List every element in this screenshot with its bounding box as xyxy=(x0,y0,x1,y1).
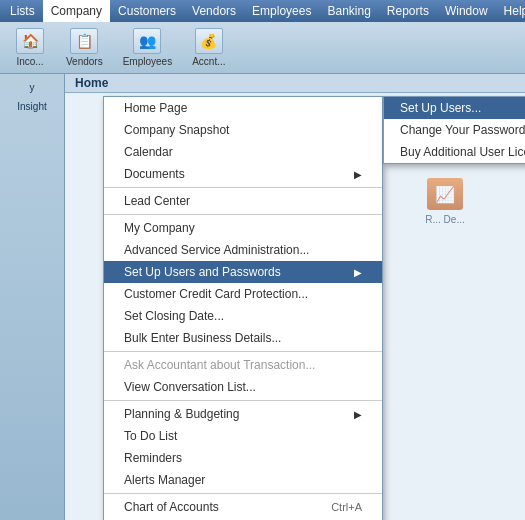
reports-box[interactable]: 📈 R... De... xyxy=(373,170,517,233)
menu-item-leadcenter[interactable]: Lead Center xyxy=(104,190,382,212)
setup-users-submenu: Set Up Users... Change Your Password... … xyxy=(383,96,525,164)
menu-item-documents[interactable]: Documents ▶ xyxy=(104,163,382,185)
menu-item-bulkenter[interactable]: Bulk Enter Business Details... xyxy=(104,327,382,349)
menu-item-conversation[interactable]: View Conversation List... xyxy=(104,376,382,398)
toolbar-employees-label: Employees xyxy=(123,56,172,67)
separator-2 xyxy=(104,214,382,215)
toolbar-vendors-label: Vendors xyxy=(66,56,103,67)
reports-label: R... De... xyxy=(425,214,464,225)
toolbar-income-label: Inco... xyxy=(16,56,43,67)
submenu-buy-license[interactable]: Buy Additional User License... xyxy=(384,141,525,163)
separator-5 xyxy=(104,493,382,494)
home-tab[interactable]: Home xyxy=(65,74,525,93)
menu-item-snapshot[interactable]: Company Snapshot xyxy=(104,119,382,141)
menu-item-todolist[interactable]: To Do List xyxy=(104,425,382,447)
toolbar-vendors-btn[interactable]: 📋 Vendors xyxy=(60,25,109,70)
menu-item-mycompany[interactable]: My Company xyxy=(104,217,382,239)
menu-window[interactable]: Window xyxy=(437,0,496,22)
menu-item-creditcard[interactable]: Customer Credit Card Protection... xyxy=(104,283,382,305)
separator-4 xyxy=(104,400,382,401)
menu-vendors[interactable]: Vendors xyxy=(184,0,244,22)
employees-icon: 👥 xyxy=(133,28,161,54)
toolbar-accounts-label: Accnt... xyxy=(192,56,225,67)
menu-help[interactable]: Help xyxy=(496,0,525,22)
separator-3 xyxy=(104,351,382,352)
menu-company[interactable]: Company xyxy=(43,0,110,22)
toolbar-income-btn[interactable]: 🏠 Inco... xyxy=(8,25,52,70)
menu-reports[interactable]: Reports xyxy=(379,0,437,22)
toolbar-employees-btn[interactable]: 👥 Employees xyxy=(117,25,178,70)
vendors-icon: 📋 xyxy=(70,28,98,54)
sidebar: y Insight xyxy=(0,74,65,520)
sidebar-insight-label: Insight xyxy=(17,101,46,112)
menu-customers[interactable]: Customers xyxy=(110,0,184,22)
menu-item-setup-users[interactable]: Set Up Users and Passwords ▶ xyxy=(104,261,382,283)
menu-item-advanced[interactable]: Advanced Service Administration... xyxy=(104,239,382,261)
separator-1 xyxy=(104,187,382,188)
toolbar: 🏠 Inco... 📋 Vendors 👥 Employees 💰 Accnt.… xyxy=(0,22,525,74)
menu-item-closingdate[interactable]: Set Closing Date... xyxy=(104,305,382,327)
menu-item-chartofaccounts[interactable]: Chart of Accounts Ctrl+A xyxy=(104,496,382,518)
sidebar-company-label: y xyxy=(30,82,35,93)
submenu-setup-users[interactable]: Set Up Users... xyxy=(384,97,525,119)
company-dropdown-menu: Home Page Company Snapshot Calendar Docu… xyxy=(103,96,383,520)
menu-bar: Lists Company Customers Vendors Employee… xyxy=(0,0,525,22)
menu-lists[interactable]: Lists xyxy=(2,0,43,22)
content-area: y Insight Home 🧾 Ite... Se... 💳 Pay Bill… xyxy=(0,74,525,520)
menu-item-askaccountant: Ask Accountant about Transaction... xyxy=(104,354,382,376)
reports-icon: 📈 xyxy=(427,178,463,210)
toolbar-accounts-btn[interactable]: 💰 Accnt... xyxy=(186,25,231,70)
sidebar-company[interactable]: y xyxy=(0,78,64,97)
main-area: Home 🧾 Ite... Se... 💳 Pay Bills QB Quick… xyxy=(65,74,525,520)
menu-item-calendar[interactable]: Calendar xyxy=(104,141,382,163)
menu-item-reminders[interactable]: Reminders xyxy=(104,447,382,469)
income-icon: 🏠 xyxy=(16,28,44,54)
menu-employees[interactable]: Employees xyxy=(244,0,319,22)
menu-item-planning[interactable]: Planning & Budgeting ▶ xyxy=(104,403,382,425)
accounts-icon: 💰 xyxy=(195,28,223,54)
menu-item-alerts[interactable]: Alerts Manager xyxy=(104,469,382,491)
submenu-change-password[interactable]: Change Your Password... xyxy=(384,119,525,141)
menu-banking[interactable]: Banking xyxy=(319,0,378,22)
menu-item-homepage[interactable]: Home Page xyxy=(104,97,382,119)
sidebar-insight[interactable]: Insight xyxy=(0,97,64,116)
